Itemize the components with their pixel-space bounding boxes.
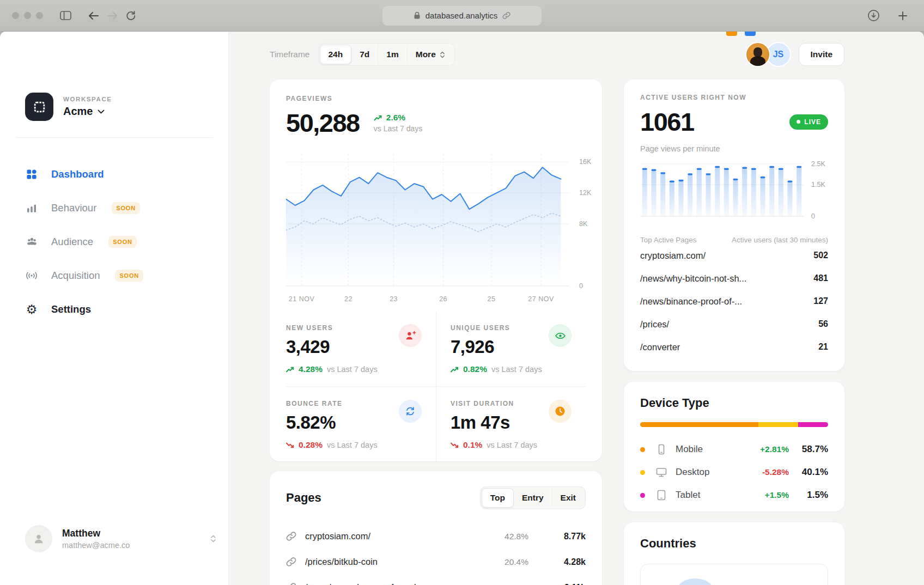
sidebar-toggle-icon[interactable] — [56, 8, 75, 24]
active-page-row[interactable]: /converter 21 — [640, 336, 828, 358]
forward-icon[interactable] — [103, 8, 121, 24]
svg-text:22: 22 — [344, 295, 352, 303]
svg-text:23: 23 — [390, 295, 398, 303]
eye-icon — [549, 324, 572, 347]
active-page-row[interactable]: /prices/ 56 — [640, 313, 828, 336]
url-bar[interactable]: databased.analytics — [382, 6, 542, 26]
active-users-card: ACTIVE USERS RIGHT NOW 1061 LIVE Page vi… — [624, 80, 844, 371]
pageviews-line-chart: 16K12K8K021 NOV2223262527 NOV — [286, 150, 613, 306]
close-window-button[interactable] — [12, 12, 19, 19]
timeframe-1m[interactable]: 1m — [378, 45, 406, 64]
dashboard-grid-icon — [25, 168, 38, 180]
svg-text:21 NOV: 21 NOV — [289, 295, 315, 303]
device-share-segment — [798, 422, 828, 427]
page-path: /news/cz-saylor-urge-for-sel... — [305, 582, 423, 585]
teammate-avatar[interactable] — [745, 42, 770, 67]
active-page-row[interactable]: /news/why-bitcoin-not-sh... 481 — [640, 267, 828, 290]
col-top-active-pages: Top Active Pages — [640, 236, 697, 244]
stat-value: 1m 47s — [451, 412, 549, 433]
sidebar-item-acquisition[interactable]: Acquisition SOON — [25, 264, 213, 287]
zoom-window-button[interactable] — [36, 12, 43, 19]
url-text: databased.analytics — [425, 11, 498, 20]
trend-up-icon — [374, 115, 382, 121]
lock-icon — [414, 11, 421, 20]
tab-entry[interactable]: Entry — [514, 489, 552, 507]
stat-bounce-rate: BOUNCE RATE 5.82% 0.28% vs Last 7 days — [286, 387, 436, 462]
trend-down-icon — [286, 442, 294, 448]
pageviews-trend: 2.6% — [386, 113, 405, 123]
countries-card: Countries — [624, 522, 844, 585]
page-header: Timeframe 24h 7d 1m More JS Invite — [270, 42, 844, 66]
page-row[interactable]: /prices/bitkub-coin 20.4% 4.28k — [286, 549, 586, 575]
timeframe-more[interactable]: More — [407, 45, 453, 64]
device-share-segment — [758, 422, 798, 427]
window-controls[interactable] — [12, 12, 43, 19]
stat-caption: vs Last 7 days — [327, 441, 378, 449]
invite-button[interactable]: Invite — [799, 43, 844, 66]
stat-value: 3,429 — [286, 337, 399, 357]
page-row[interactable]: /news/cz-saylor-urge-for-sel... 7.4% 2.1… — [286, 575, 586, 585]
workspace-switcher[interactable]: WORKSPACE Acme — [25, 93, 213, 121]
svg-text:2.5K: 2.5K — [811, 160, 825, 168]
user-menu[interactable]: Matthew matthew@acme.co — [25, 525, 216, 552]
sidebar-item-settings[interactable]: ⚙ Settings — [25, 298, 213, 321]
downloads-icon[interactable] — [864, 8, 883, 24]
stat-caption: vs Last 7 days — [327, 365, 378, 374]
minimize-window-button[interactable] — [24, 12, 31, 19]
active-users-label: ACTIVE USERS RIGHT NOW — [640, 94, 828, 101]
sidebar-item-label: Audience — [51, 236, 93, 248]
pageviews-card: PAGEVIEWS 50,288 2.6% vs Last 7 days — [270, 80, 602, 461]
desktop-dot — [640, 470, 645, 475]
sidebar-item-dashboard[interactable]: Dashboard — [25, 163, 213, 186]
link-icon — [286, 557, 296, 567]
tab-top[interactable]: Top — [482, 488, 514, 508]
stat-caption: vs Last 7 days — [491, 365, 542, 374]
link-icon — [286, 582, 296, 585]
sidebar: WORKSPACE Acme Dashboard Behaviour — [0, 32, 229, 585]
trend-caption: vs Last 7 days — [374, 124, 423, 133]
sidebar-item-audience[interactable]: Audience SOON — [25, 230, 213, 253]
active-page-row[interactable]: /news/binance-proof-of-... 127 — [640, 290, 828, 313]
ppm-subtitle: Page views per minute — [640, 144, 828, 153]
device-type-card: Device Type Mobile +2.81% 58.7% — [624, 382, 844, 511]
sidebar-item-behaviour[interactable]: Behaviour SOON — [25, 197, 213, 220]
timeframe-7d[interactable]: 7d — [351, 45, 378, 64]
pageviews-label: PAGEVIEWS — [286, 95, 586, 102]
device-share-bar — [640, 422, 828, 427]
tab-exit[interactable]: Exit — [552, 489, 584, 507]
pageviews-value: 50,288 — [286, 108, 360, 138]
link-icon[interactable] — [502, 11, 510, 20]
stat-unique-users: UNIQUE USERS 7,926 0.82% vs Last 7 days — [436, 311, 586, 387]
new-tab-icon[interactable] — [893, 8, 912, 24]
back-icon[interactable] — [84, 8, 103, 24]
avatar — [25, 525, 52, 552]
active-page-row[interactable]: cryptosiam.com/ 502 — [640, 244, 828, 267]
timeframe-24h[interactable]: 24h — [320, 45, 352, 64]
device-row-mobile: Mobile +2.81% 58.7% — [640, 438, 828, 461]
clock-icon — [549, 400, 572, 423]
svg-text:8K: 8K — [579, 220, 588, 228]
monitor-icon — [655, 466, 668, 478]
reload-icon[interactable] — [121, 8, 140, 24]
stat-label: UNIQUE USERS — [451, 324, 549, 332]
phone-icon — [655, 443, 668, 455]
country-map-preview — [640, 564, 828, 585]
page-share: 42.8% — [479, 532, 528, 541]
people-icon — [25, 236, 38, 248]
timeframe-label: Timeframe — [270, 50, 310, 59]
svg-text:27 NOV: 27 NOV — [528, 295, 554, 303]
sidebar-item-label: Acquisition — [51, 270, 100, 282]
page-count: 8.77k — [528, 532, 586, 541]
svg-text:0: 0 — [579, 282, 583, 290]
pages-tab-switcher: Top Entry Exit — [480, 486, 586, 509]
device-row-desktop: Desktop -5.28% 40.1% — [640, 461, 828, 484]
active-pages-header: Top Active Pages Active users (last 30 m… — [640, 236, 828, 244]
chevron-up-down-icon — [440, 51, 445, 59]
page-row[interactable]: cryptosiam.com/ 42.8% 8.77k — [286, 523, 586, 549]
sidebar-divider — [15, 137, 213, 138]
soon-badge: SOON — [115, 270, 143, 282]
stats-grid: NEW USERS 3,429 4.28% vs Last 7 days — [286, 311, 586, 462]
workspace-name: Acme — [63, 105, 93, 118]
timeframe-switcher: 24h 7d 1m More — [318, 43, 455, 66]
live-badge: LIVE — [789, 114, 828, 130]
